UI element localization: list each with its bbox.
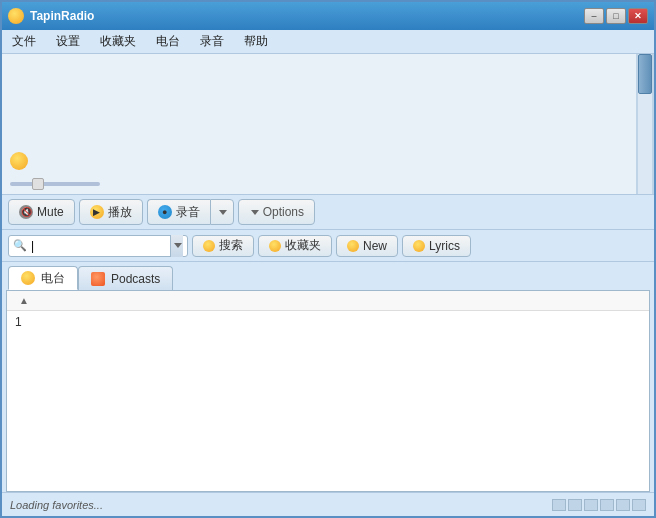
lyrics-button[interactable]: Lyrics	[402, 235, 471, 257]
options-icon	[251, 210, 259, 215]
chevron-down-icon	[174, 243, 182, 248]
menu-settings[interactable]: 设置	[50, 31, 86, 52]
play-label: 播放	[108, 204, 132, 221]
station-list-header: ▲	[7, 291, 649, 311]
scrollbar-thumb[interactable]	[638, 54, 652, 94]
search-dropdown-arrow[interactable]	[170, 235, 183, 257]
tab-podcasts-label: Podcasts	[111, 272, 160, 286]
search-small-icon: 🔍	[13, 239, 27, 252]
app-window: TapinRadio – □ ✕ 文件 设置 收藏夹 电台 录音 帮助	[0, 0, 656, 518]
status-segments	[552, 499, 646, 511]
new-button[interactable]: New	[336, 235, 398, 257]
search-bar: 🔍 搜索 收藏夹 New Lyrics	[2, 230, 654, 262]
mute-label: Mute	[37, 205, 64, 219]
podcasts-tab-icon	[91, 272, 105, 286]
sort-arrow-icon[interactable]: ▲	[19, 295, 29, 306]
station-tab-icon	[21, 271, 35, 285]
close-button[interactable]: ✕	[628, 8, 648, 24]
menu-record[interactable]: 录音	[194, 31, 230, 52]
status-seg-5	[616, 499, 630, 511]
search-input-wrap: 🔍	[8, 235, 188, 257]
favorites-button[interactable]: 收藏夹	[258, 235, 332, 257]
display-area	[2, 54, 636, 194]
status-bar: Loading favorites...	[2, 492, 654, 516]
record-dropdown-arrow	[219, 210, 227, 215]
title-bar: TapinRadio – □ ✕	[2, 2, 654, 30]
volume-slider[interactable]	[10, 182, 100, 186]
search-input[interactable]	[31, 239, 166, 253]
status-seg-3	[584, 499, 598, 511]
volume-thumb[interactable]	[32, 178, 44, 190]
scrollbar-track[interactable]	[638, 54, 652, 194]
station-list[interactable]: ▲ 1	[6, 290, 650, 492]
status-seg-1	[552, 499, 566, 511]
status-seg-4	[600, 499, 614, 511]
new-icon	[347, 240, 359, 252]
menu-favorites[interactable]: 收藏夹	[94, 31, 142, 52]
tab-station-label: 电台	[41, 270, 65, 287]
record-dropdown[interactable]	[210, 199, 234, 225]
record-button[interactable]: ● 录音	[147, 199, 210, 225]
options-button[interactable]: Options	[238, 199, 315, 225]
search-btn-icon	[203, 240, 215, 252]
lyrics-icon	[413, 240, 425, 252]
app-icon	[8, 8, 24, 24]
lyrics-btn-label: Lyrics	[429, 239, 460, 253]
scrollbar-area	[636, 54, 654, 194]
mute-button[interactable]: 🔇 Mute	[8, 199, 75, 225]
menu-help[interactable]: 帮助	[238, 31, 274, 52]
search-btn-label: 搜索	[219, 237, 243, 254]
app-title: TapinRadio	[30, 9, 94, 23]
volume-slider-container	[10, 182, 628, 186]
toolbar: 🔇 Mute ▶ 播放 ● 录音 Options	[2, 194, 654, 230]
tab-station[interactable]: 电台	[8, 266, 78, 290]
new-btn-label: New	[363, 239, 387, 253]
maximize-button[interactable]: □	[606, 8, 626, 24]
status-seg-2	[568, 499, 582, 511]
title-bar-controls: – □ ✕	[584, 8, 648, 24]
main-display	[2, 54, 654, 194]
favorites-icon	[269, 240, 281, 252]
menu-bar: 文件 设置 收藏夹 电台 录音 帮助	[2, 30, 654, 54]
play-icon: ▶	[90, 205, 104, 219]
record-label: 录音	[176, 204, 200, 221]
options-label: Options	[263, 205, 304, 219]
tab-podcasts[interactable]: Podcasts	[78, 266, 173, 290]
menu-station[interactable]: 电台	[150, 31, 186, 52]
record-icon: ●	[158, 205, 172, 219]
status-text: Loading favorites...	[10, 499, 103, 511]
status-seg-6	[632, 499, 646, 511]
search-button[interactable]: 搜索	[192, 235, 254, 257]
station-number: 1	[15, 315, 22, 329]
menu-file[interactable]: 文件	[6, 31, 42, 52]
favorites-btn-label: 收藏夹	[285, 237, 321, 254]
title-bar-left: TapinRadio	[8, 8, 94, 24]
station-icon	[10, 152, 28, 170]
mute-icon: 🔇	[19, 205, 33, 219]
tabs-row: 电台 Podcasts	[2, 262, 654, 290]
table-row[interactable]: 1	[7, 311, 649, 333]
play-button[interactable]: ▶ 播放	[79, 199, 143, 225]
minimize-button[interactable]: –	[584, 8, 604, 24]
